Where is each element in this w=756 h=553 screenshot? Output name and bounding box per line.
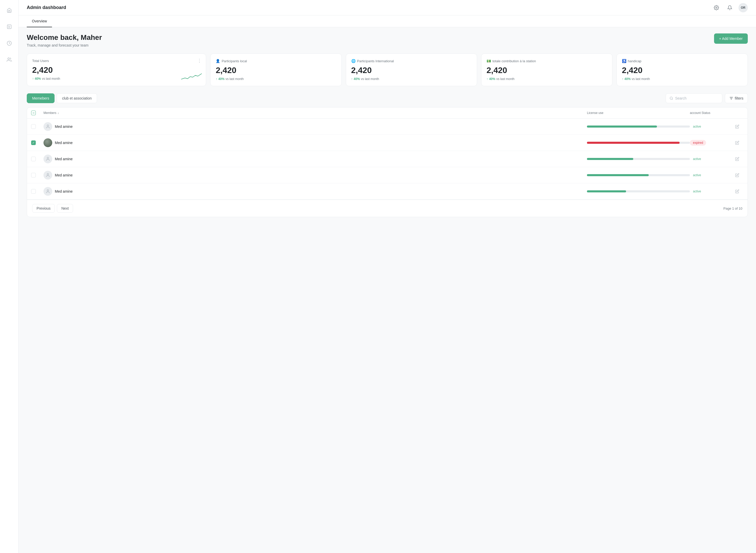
stat-card-participants-intl: 🌐 Participants International 2,420 ↑ 40%… <box>346 54 477 86</box>
status-cell: expired <box>690 140 731 146</box>
stat-card-total-users: ⋮ Total Users 2,420 ↑ 40% vs last month <box>27 54 206 86</box>
stat-label: ♿ handicap <box>622 59 742 63</box>
main-content: Admin dashboard OR Overview <box>18 0 756 553</box>
content-area: Welcome back, Maher Track, manage and fo… <box>18 27 756 553</box>
svg-point-9 <box>47 157 49 159</box>
row-checkbox-cell: ✓ <box>31 141 44 145</box>
user-avatar[interactable]: OR <box>739 3 748 12</box>
header-members: Members ↓ <box>44 111 587 115</box>
progress-bar <box>587 174 649 176</box>
row-checkbox-cell <box>31 124 44 129</box>
row-checkbox[interactable] <box>31 173 36 177</box>
header-license: License use <box>587 111 690 115</box>
row-checkbox[interactable] <box>31 124 36 129</box>
settings-icon[interactable] <box>712 3 721 12</box>
tab-clubs-button[interactable]: club et association <box>57 93 97 103</box>
stat-label: 💵 totale contribution à la station <box>486 59 607 63</box>
member-name-cell: Med amine <box>44 171 587 179</box>
svg-point-11 <box>47 189 49 191</box>
sidebar-item-users[interactable] <box>4 55 14 65</box>
previous-button[interactable]: Previous <box>32 204 55 213</box>
progress-bar <box>587 190 626 192</box>
row-checkbox-cell <box>31 173 44 177</box>
welcome-text: Welcome back, Maher Track, manage and fo… <box>27 33 102 47</box>
status-cell: active <box>690 172 731 178</box>
page-info: Page 1 of 10 <box>723 207 742 211</box>
sidebar-item-analytics[interactable] <box>4 38 14 48</box>
status-badge: active <box>690 172 704 178</box>
row-checkbox-cell <box>31 189 44 194</box>
search-input[interactable] <box>675 96 719 100</box>
header-checkbox-cell: − <box>31 110 44 115</box>
svg-point-10 <box>47 173 49 175</box>
row-checkbox[interactable] <box>31 157 36 161</box>
tab-members-button[interactable]: Memebers <box>27 93 55 103</box>
filter-button[interactable]: filters <box>725 93 748 103</box>
row-checkbox-cell <box>31 157 44 161</box>
stat-change: ↑ 40% vs last month <box>622 77 742 81</box>
header-actions: OR <box>712 3 748 12</box>
header: Admin dashboard OR <box>18 0 756 15</box>
stat-card-contribution: 💵 totale contribution à la station 2,420… <box>481 54 612 86</box>
notifications-icon[interactable] <box>725 3 734 12</box>
table-row: Med amine active <box>27 118 748 135</box>
avatar <box>44 187 52 196</box>
stats-row: ⋮ Total Users 2,420 ↑ 40% vs last month <box>27 54 748 86</box>
sidebar <box>0 0 18 553</box>
edit-icon[interactable] <box>731 173 743 177</box>
row-checkbox[interactable]: ✓ <box>31 141 36 145</box>
tab-bar: Overview <box>18 15 756 27</box>
stat-change: ↑ 40% vs last month <box>32 77 201 81</box>
row-checkbox[interactable] <box>31 189 36 194</box>
pagination: Previous Next Page 1 of 10 <box>27 200 748 217</box>
add-member-button[interactable]: + Add Member <box>714 33 748 44</box>
stat-value: 2,420 <box>216 66 336 75</box>
status-cell: active <box>690 188 731 194</box>
filter-icon <box>729 96 733 100</box>
member-name-cell: Med amine <box>44 155 587 163</box>
stat-label: Total Users <box>32 59 201 63</box>
sort-icon[interactable]: ↓ <box>57 111 59 115</box>
license-bar-cell <box>587 142 690 144</box>
stat-card-participants-local: 👤 Participants local 2,420 ↑ 40% vs last… <box>210 54 342 86</box>
license-bar-cell <box>587 190 690 192</box>
stat-label: 🌐 Participants International <box>351 59 472 63</box>
edit-icon[interactable] <box>731 157 743 161</box>
progress-bar <box>587 126 657 128</box>
status-cell: active <box>690 124 731 129</box>
stat-value: 2,420 <box>622 66 742 75</box>
table-row: Med amine active <box>27 167 748 183</box>
license-bar-cell <box>587 126 690 128</box>
table-row: ✓ Med amine expired <box>27 135 748 151</box>
sidebar-item-home[interactable] <box>4 5 14 15</box>
sidebar-item-reports[interactable] <box>4 22 14 32</box>
next-button[interactable]: Next <box>57 204 73 213</box>
status-badge: expired <box>690 140 706 146</box>
stat-card-handicap: ♿ handicap 2,420 ↑ 40% vs last month <box>616 54 748 86</box>
stat-value: 2,420 <box>351 66 472 75</box>
select-all-checkbox[interactable]: − <box>31 110 36 115</box>
header-status: account Status <box>690 111 731 115</box>
avatar <box>44 171 52 179</box>
member-name-cell: Med amine <box>44 122 587 131</box>
more-options-icon[interactable]: ⋮ <box>197 58 202 64</box>
license-bar-cell <box>587 158 690 160</box>
edit-icon[interactable] <box>731 125 743 129</box>
edit-icon[interactable] <box>731 189 743 193</box>
status-badge: active <box>690 124 704 129</box>
members-table: − Members ↓ License use account Status <box>27 107 748 217</box>
svg-point-8 <box>47 125 49 126</box>
tab-overview[interactable]: Overview <box>27 15 52 27</box>
edit-icon[interactable] <box>731 141 743 145</box>
avatar <box>44 122 52 131</box>
page-nav-buttons: Previous Next <box>32 204 73 213</box>
svg-point-4 <box>670 97 672 99</box>
controls-row: Memebers club et association filters <box>27 93 748 103</box>
stat-label: 👤 Participants local <box>216 59 336 63</box>
welcome-section: Welcome back, Maher Track, manage and fo… <box>27 33 748 47</box>
progress-bar <box>587 158 633 160</box>
table-row: Med amine active <box>27 183 748 200</box>
table-header-row: − Members ↓ License use account Status <box>27 107 748 118</box>
svg-point-3 <box>716 7 717 8</box>
table-row: Med amine active <box>27 151 748 167</box>
